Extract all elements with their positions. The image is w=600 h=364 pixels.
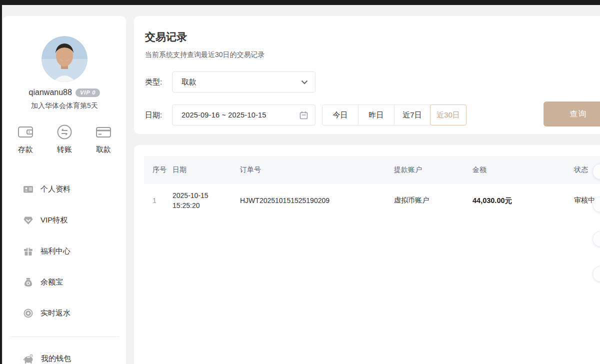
type-select-value: 取款 <box>182 78 196 87</box>
header-index: 序号 <box>144 166 172 174</box>
header-order-no: 订单号 <box>240 166 394 174</box>
sidebar-item-vip[interactable]: VIP特权 <box>3 204 126 236</box>
date-range-value: 2025-09-16 ~ 2025-10-15 <box>182 111 266 119</box>
type-label: 类型: <box>145 78 167 87</box>
top-window-edge <box>0 0 600 5</box>
table-header: 序号 日期 订单号 提款账户 金额 状态 <box>144 156 600 184</box>
cell-date-line2: 15:25:20 <box>172 200 240 210</box>
date-range-input[interactable]: 2025-09-16 ~ 2025-10-15 <box>172 104 316 126</box>
left-window-edge <box>0 5 2 364</box>
vip-gem-icon <box>23 215 34 226</box>
transfer-label: 转账 <box>57 145 72 154</box>
transfer-icon <box>56 124 73 140</box>
range-7days-button[interactable]: 近7日 <box>394 104 430 126</box>
username: qianwanu88 <box>29 88 72 97</box>
withdraw-label: 取款 <box>96 145 111 154</box>
coin-icon <box>23 308 34 318</box>
deposit-label: 存款 <box>18 145 33 154</box>
id-card-icon <box>23 184 34 194</box>
sidebar-item-label: VIP特权 <box>40 216 68 225</box>
header-date: 日期 <box>172 166 240 174</box>
sidebar-item-profile[interactable]: 个人资料 <box>3 174 126 204</box>
sidebar-item-label: 实时返水 <box>40 308 70 318</box>
range-30days-button[interactable]: 近30日 <box>430 104 466 126</box>
sidebar-item-label: 福利中心 <box>40 246 70 256</box>
sidebar-item-wallet[interactable]: 我的钱包 <box>3 343 126 364</box>
transaction-filter-panel: 交易记录 当前系统支持查询最近30日的交易记录 类型: 取款 日期: 2025-… <box>134 16 600 134</box>
sidebar-menu: 个人资料 VIP特权 福利中心 <box>3 174 126 364</box>
page-subtitle: 当前系统支持查询最近30日的交易记录 <box>145 50 600 60</box>
type-row: 类型: 取款 <box>145 72 600 92</box>
date-row: 日期: 2025-09-16 ~ 2025-10-15 今日 昨日 近7日 近3… <box>145 104 600 126</box>
table-row: 1 2025-10-15 15:25:20 HJWT20251015152519… <box>144 184 600 217</box>
sidebar-item-label: 我的钱包 <box>41 354 71 364</box>
cell-amount: 44,030.00元 <box>472 196 574 206</box>
join-days-text: 加入华体会体育第5天 <box>3 102 126 110</box>
chevron-down-icon <box>301 80 308 84</box>
transfer-button[interactable]: 转账 <box>56 124 73 154</box>
wallet-icon <box>17 124 34 140</box>
transaction-table-panel: 序号 日期 订单号 提款账户 金额 状态 1 2025-10-15 15:25:… <box>134 145 600 364</box>
piggy-bank-icon <box>23 353 34 364</box>
type-select[interactable]: 取款 <box>172 72 316 92</box>
range-today-button[interactable]: 今日 <box>322 104 358 126</box>
cell-account: 虚拟币账户 <box>394 196 472 205</box>
sidebar-divider <box>10 336 119 337</box>
avatar <box>42 36 88 82</box>
date-label: 日期: <box>145 110 167 120</box>
sidebar-item-label: 个人资料 <box>40 184 70 194</box>
cell-date: 2025-10-15 15:25:20 <box>172 190 240 210</box>
money-pouch-icon <box>23 277 34 288</box>
withdraw-button[interactable]: 取款 <box>95 124 112 154</box>
deposit-button[interactable]: 存款 <box>17 124 34 154</box>
search-button[interactable]: 查询 <box>544 102 600 126</box>
calendar-icon <box>300 111 308 120</box>
sidebar-item-yuebao[interactable]: 余额宝 <box>3 266 126 298</box>
cell-index: 1 <box>144 196 172 204</box>
cell-date-line1: 2025-10-15 <box>172 190 240 200</box>
header-amount: 金额 <box>472 166 574 174</box>
page-title: 交易记录 <box>145 16 600 44</box>
vip-level-badge: VIP 0 <box>76 88 100 97</box>
gift-icon <box>23 246 34 256</box>
profile-sidebar: qianwanu88 VIP 0 加入华体会体育第5天 存款 转账 <box>3 16 126 364</box>
cell-order-no: HJWT202510151525190209 <box>240 196 394 204</box>
header-account: 提款账户 <box>394 166 472 174</box>
sidebar-item-rebate[interactable]: 实时返水 <box>3 298 126 328</box>
bank-card-icon <box>95 124 112 140</box>
quick-range-group: 今日 昨日 近7日 近30日 <box>322 104 466 126</box>
quick-actions: 存款 转账 取款 <box>3 124 126 154</box>
sidebar-item-label: 余额宝 <box>40 278 63 287</box>
range-yesterday-button[interactable]: 昨日 <box>358 104 394 126</box>
sidebar-item-benefits[interactable]: 福利中心 <box>3 236 126 266</box>
